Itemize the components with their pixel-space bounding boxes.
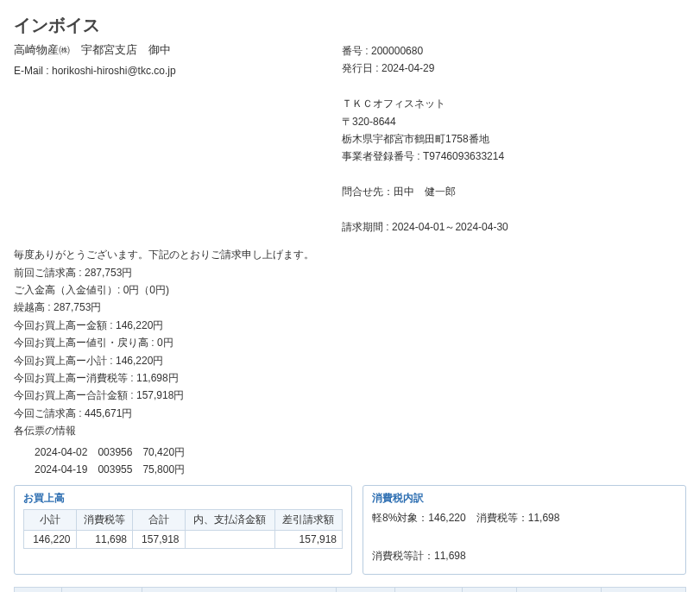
- intro-line: 今回ご請求高 : 445,671円: [14, 405, 686, 422]
- email-value: horikoshi-hiroshi@tkc.co.jp: [52, 65, 176, 77]
- period-label: 請求期間 :: [342, 221, 392, 233]
- intro-line: 今回お買上高ー金額 : 146,220円: [14, 317, 686, 334]
- intro-line: 前回ご請求高 : 287,753円: [14, 264, 686, 281]
- billing-period: 2024-04-01～2024-04-30: [392, 221, 508, 233]
- totals-panel-title: お買上高: [23, 491, 343, 506]
- voucher-line: 2024-04-02 003956 70,420円: [14, 444, 686, 461]
- totals-val-total: 157,918: [132, 531, 185, 549]
- totals-val-due: 157,918: [274, 531, 342, 549]
- page-title: インボイス: [14, 14, 686, 37]
- intro-line: 各伝票の情報: [14, 422, 686, 439]
- header-block: 高崎物産㈱ 宇都宮支店 御中 E-Mail : horikoshi-hirosh…: [14, 42, 686, 236]
- invoice-no: 200000680: [371, 45, 423, 57]
- voucher-line: 2024-04-19 003955 75,800円: [14, 461, 686, 478]
- issuer-zip: 〒320-8644: [342, 113, 686, 130]
- intro-line: 繰越高 : 287,753円: [14, 299, 686, 316]
- intro-line: 今回お買上高ー合計金額 : 157,918円: [14, 387, 686, 404]
- email-line: E-Mail : horikoshi-hiroshi@tkc.co.jp: [14, 65, 307, 77]
- totals-val-subtotal: 146,220: [24, 531, 77, 549]
- totals-val-tax: 11,698: [76, 531, 132, 549]
- intro-line: 今回お買上高ー値引・戻り高 : 0円: [14, 334, 686, 351]
- detail-table: ▽ID 取引日 品名 数量 単価 税率 金額(税抜き) 摘要 ▽12024-04…: [14, 587, 686, 592]
- totals-val-paid: [185, 531, 274, 549]
- totals-panel: お買上高 小計 消費税等 合計 内、支払済金額 差引請求額 146,220 11…: [14, 485, 352, 575]
- col-remark: 摘要: [602, 588, 686, 592]
- reg-label: 事業者登録番号 :: [342, 150, 423, 162]
- email-label: E-Mail :: [14, 65, 52, 77]
- intro-line: 今回お買上高ー小計 : 146,220円: [14, 352, 686, 369]
- col-date: 取引日: [62, 588, 142, 592]
- col-name: 品名: [142, 588, 337, 592]
- totals-col-total: 合計: [132, 510, 185, 531]
- tax-line: 軽8%対象：146,220 消費税等：11,698: [372, 509, 677, 528]
- customer-name: 高崎物産㈱ 宇都宮支店 御中: [14, 42, 307, 58]
- intro-line: 毎度ありがとうございます。下記のとおりご請求申し上げます。: [14, 246, 686, 263]
- invoice-no-label: 番号 :: [342, 45, 371, 57]
- contact-name: 田中 健一郎: [394, 186, 456, 198]
- issue-date: 2024-04-29: [382, 62, 434, 74]
- col-amount: 金額(税抜き): [517, 588, 602, 592]
- contact-label: 問合せ先：: [342, 186, 394, 198]
- intro-block: 毎度ありがとうございます。下記のとおりご請求申し上げます。 前回ご請求高 : 2…: [14, 246, 686, 439]
- intro-line: 今回お買上高ー消費税等 : 11,698円: [14, 369, 686, 387]
- tax-panel: 消費税内訳 軽8%対象：146,220 消費税等：11,698 消費税等計：11…: [363, 485, 686, 575]
- totals-table: 小計 消費税等 合計 内、支払済金額 差引請求額 146,220 11,698 …: [23, 509, 343, 549]
- totals-col-paid: 内、支払済金額: [185, 510, 274, 531]
- col-qty: 数量: [337, 588, 395, 592]
- col-price: 単価: [395, 588, 463, 592]
- col-rate: 税率: [463, 588, 517, 592]
- tax-line: 消費税等計：11,698: [372, 547, 677, 566]
- totals-col-subtotal: 小計: [24, 510, 77, 531]
- issue-date-label: 発行日 :: [342, 62, 382, 74]
- totals-col-tax: 消費税等: [76, 510, 132, 531]
- issuer-address: 栃木県宇都宮市鶴田町1758番地: [342, 130, 686, 148]
- reg-number: T9746093633214: [423, 150, 504, 162]
- intro-line: ご入金高（入金値引）: 0円（0円): [14, 281, 686, 299]
- tax-panel-title: 消費税内訳: [372, 491, 677, 506]
- issuer-company: ＴＫＣオフィスネット: [342, 95, 686, 112]
- totals-col-due: 差引請求額: [274, 510, 342, 531]
- voucher-block: 2024-04-02 003956 70,420円 2024-04-19 003…: [14, 444, 686, 479]
